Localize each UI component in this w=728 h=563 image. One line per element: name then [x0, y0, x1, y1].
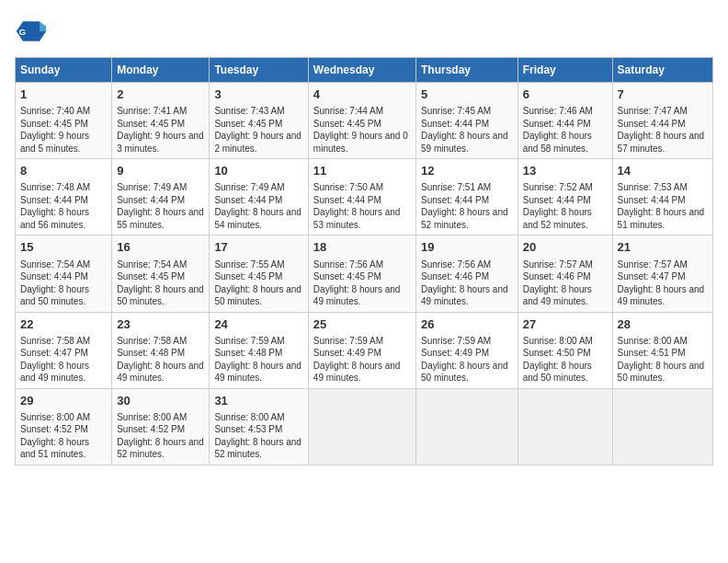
calendar-cell: 17Sunrise: 7:55 AMSunset: 4:45 PMDayligh… [210, 236, 308, 312]
day-number: 19 [421, 239, 513, 256]
day-detail: Sunrise: 7:44 AMSunset: 4:45 PMDaylight:… [313, 105, 411, 155]
logo: G [15, 15, 51, 48]
day-number: 27 [523, 316, 608, 333]
day-number: 14 [618, 163, 708, 179]
calendar-cell: 23Sunrise: 7:58 AMSunset: 4:48 PMDayligh… [112, 312, 210, 388]
day-detail: Sunrise: 7:59 AMSunset: 4:48 PMDaylight:… [214, 335, 302, 385]
svg-marker-1 [40, 21, 46, 31]
calendar-week-row: 15Sunrise: 7:54 AMSunset: 4:44 PMDayligh… [16, 236, 713, 312]
logo-icon: G [15, 15, 48, 48]
calendar-cell: 24Sunrise: 7:59 AMSunset: 4:48 PMDayligh… [210, 312, 308, 388]
day-detail: Sunrise: 7:52 AMSunset: 4:44 PMDaylight:… [523, 181, 608, 231]
calendar-cell: 28Sunrise: 8:00 AMSunset: 4:51 PMDayligh… [612, 312, 712, 388]
calendar-cell: 1Sunrise: 7:40 AMSunset: 4:45 PMDaylight… [16, 83, 112, 159]
day-number: 12 [421, 163, 513, 179]
day-detail: Sunrise: 7:50 AMSunset: 4:44 PMDaylight:… [313, 181, 411, 231]
calendar-cell: 16Sunrise: 7:54 AMSunset: 4:45 PMDayligh… [112, 236, 210, 312]
day-number: 6 [523, 86, 608, 103]
day-number: 17 [214, 239, 302, 256]
calendar-cell [308, 388, 415, 465]
calendar-cell: 10Sunrise: 7:49 AMSunset: 4:44 PMDayligh… [210, 159, 308, 236]
calendar-cell [416, 388, 518, 465]
calendar-cell: 22Sunrise: 7:58 AMSunset: 4:47 PMDayligh… [16, 312, 112, 388]
day-number: 18 [313, 239, 411, 256]
day-detail: Sunrise: 7:55 AMSunset: 4:45 PMDaylight:… [214, 259, 302, 308]
calendar-week-row: 22Sunrise: 7:58 AMSunset: 4:47 PMDayligh… [16, 312, 713, 388]
day-detail: Sunrise: 7:57 AMSunset: 4:47 PMDaylight:… [618, 259, 708, 308]
calendar-cell: 8Sunrise: 7:48 AMSunset: 4:44 PMDaylight… [16, 159, 112, 236]
day-number: 25 [313, 316, 411, 333]
day-detail: Sunrise: 7:58 AMSunset: 4:48 PMDaylight:… [117, 335, 204, 385]
day-detail: Sunrise: 7:57 AMSunset: 4:46 PMDaylight:… [523, 259, 608, 308]
calendar-cell: 14Sunrise: 7:53 AMSunset: 4:44 PMDayligh… [612, 159, 712, 236]
calendar-cell: 12Sunrise: 7:51 AMSunset: 4:44 PMDayligh… [416, 159, 518, 236]
day-number: 30 [117, 393, 204, 409]
day-detail: Sunrise: 7:59 AMSunset: 4:49 PMDaylight:… [313, 335, 411, 385]
calendar-cell: 7Sunrise: 7:47 AMSunset: 4:44 PMDaylight… [612, 83, 712, 159]
day-detail: Sunrise: 8:00 AMSunset: 4:52 PMDaylight:… [117, 411, 204, 461]
calendar-cell: 4Sunrise: 7:44 AMSunset: 4:45 PMDaylight… [308, 83, 415, 159]
calendar-week-row: 8Sunrise: 7:48 AMSunset: 4:44 PMDaylight… [16, 159, 713, 236]
col-header-sunday: Sunday [16, 58, 112, 83]
day-detail: Sunrise: 7:48 AMSunset: 4:44 PMDaylight:… [20, 181, 107, 231]
day-number: 11 [313, 163, 411, 179]
day-detail: Sunrise: 7:51 AMSunset: 4:44 PMDaylight:… [421, 181, 513, 231]
day-number: 24 [214, 316, 302, 333]
calendar-header-row: SundayMondayTuesdayWednesdayThursdayFrid… [16, 58, 713, 83]
calendar-cell: 30Sunrise: 8:00 AMSunset: 4:52 PMDayligh… [112, 388, 210, 465]
calendar-cell: 13Sunrise: 7:52 AMSunset: 4:44 PMDayligh… [518, 159, 612, 236]
day-number: 1 [20, 86, 107, 103]
calendar-cell: 25Sunrise: 7:59 AMSunset: 4:49 PMDayligh… [308, 312, 415, 388]
calendar-cell: 9Sunrise: 7:49 AMSunset: 4:44 PMDaylight… [112, 159, 210, 236]
day-detail: Sunrise: 8:00 AMSunset: 4:50 PMDaylight:… [523, 335, 608, 385]
calendar-week-row: 29Sunrise: 8:00 AMSunset: 4:52 PMDayligh… [16, 388, 713, 465]
day-detail: Sunrise: 8:00 AMSunset: 4:51 PMDaylight:… [618, 335, 708, 385]
col-header-saturday: Saturday [612, 58, 712, 83]
day-detail: Sunrise: 7:43 AMSunset: 4:45 PMDaylight:… [214, 105, 302, 155]
col-header-wednesday: Wednesday [308, 58, 415, 83]
day-detail: Sunrise: 7:47 AMSunset: 4:44 PMDaylight:… [618, 105, 708, 155]
day-number: 7 [618, 86, 708, 103]
day-detail: Sunrise: 7:41 AMSunset: 4:45 PMDaylight:… [117, 105, 204, 155]
col-header-friday: Friday [518, 58, 612, 83]
day-detail: Sunrise: 7:54 AMSunset: 4:45 PMDaylight:… [117, 259, 204, 308]
day-number: 10 [214, 163, 302, 179]
day-detail: Sunrise: 7:46 AMSunset: 4:44 PMDaylight:… [523, 105, 608, 155]
calendar-cell: 18Sunrise: 7:56 AMSunset: 4:45 PMDayligh… [308, 236, 415, 312]
calendar-cell: 3Sunrise: 7:43 AMSunset: 4:45 PMDaylight… [210, 83, 308, 159]
calendar-cell: 21Sunrise: 7:57 AMSunset: 4:47 PMDayligh… [612, 236, 712, 312]
col-header-monday: Monday [112, 58, 210, 83]
day-detail: Sunrise: 7:56 AMSunset: 4:45 PMDaylight:… [313, 259, 411, 308]
calendar-table: SundayMondayTuesdayWednesdayThursdayFrid… [15, 57, 713, 465]
day-number: 28 [618, 316, 708, 333]
col-header-thursday: Thursday [416, 58, 518, 83]
day-number: 15 [20, 239, 107, 256]
day-number: 8 [20, 163, 107, 179]
calendar-cell: 31Sunrise: 8:00 AMSunset: 4:53 PMDayligh… [210, 388, 308, 465]
calendar-cell: 19Sunrise: 7:56 AMSunset: 4:46 PMDayligh… [416, 236, 518, 312]
day-number: 9 [117, 163, 204, 179]
calendar-week-row: 1Sunrise: 7:40 AMSunset: 4:45 PMDaylight… [16, 83, 713, 159]
day-detail: Sunrise: 7:40 AMSunset: 4:45 PMDaylight:… [20, 105, 107, 155]
day-detail: Sunrise: 7:49 AMSunset: 4:44 PMDaylight:… [117, 181, 204, 231]
calendar-cell: 5Sunrise: 7:45 AMSunset: 4:44 PMDaylight… [416, 83, 518, 159]
page-header: G [15, 15, 713, 48]
day-detail: Sunrise: 7:56 AMSunset: 4:46 PMDaylight:… [421, 259, 513, 308]
col-header-tuesday: Tuesday [210, 58, 308, 83]
day-number: 21 [618, 239, 708, 256]
calendar-cell [518, 388, 612, 465]
day-detail: Sunrise: 7:59 AMSunset: 4:49 PMDaylight:… [421, 335, 513, 385]
svg-text:G: G [19, 27, 27, 37]
day-number: 23 [117, 316, 204, 333]
day-detail: Sunrise: 7:58 AMSunset: 4:47 PMDaylight:… [20, 335, 107, 385]
day-number: 4 [313, 86, 411, 103]
calendar-cell: 20Sunrise: 7:57 AMSunset: 4:46 PMDayligh… [518, 236, 612, 312]
day-detail: Sunrise: 8:00 AMSunset: 4:52 PMDaylight:… [20, 411, 107, 461]
day-number: 2 [117, 86, 204, 103]
day-number: 16 [117, 239, 204, 256]
day-number: 13 [523, 163, 608, 179]
day-detail: Sunrise: 7:54 AMSunset: 4:44 PMDaylight:… [20, 259, 107, 308]
calendar-cell: 2Sunrise: 7:41 AMSunset: 4:45 PMDaylight… [112, 83, 210, 159]
calendar-cell: 11Sunrise: 7:50 AMSunset: 4:44 PMDayligh… [308, 159, 415, 236]
day-number: 3 [214, 86, 302, 103]
